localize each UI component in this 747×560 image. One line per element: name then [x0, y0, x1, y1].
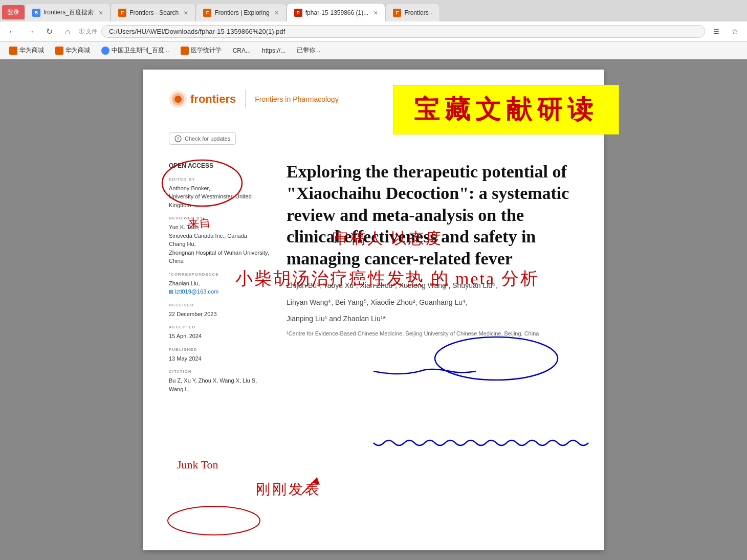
- svg-line-10: [302, 478, 317, 494]
- bookmark-icon-huawei2: [55, 47, 63, 55]
- correspondence-email[interactable]: ⊠ lztl019@163.com: [169, 287, 271, 296]
- citation-label: CITATION: [169, 369, 271, 375]
- bookmark-label-zhongguo: 中国卫生期刊_百度...: [112, 46, 169, 55]
- authors-line1: Zhijun Bu¹, Yaoyu Xu², Xian Zhou³, Xuefe…: [287, 280, 578, 291]
- citation-text: Bu Z, Xu Y, Zhou X, Wang X, Liu S, Wang …: [169, 376, 271, 393]
- main-content: Exploring the therapeutic potential of "…: [287, 161, 578, 338]
- bookmark-label-yixue: 医学统计学: [191, 46, 222, 55]
- tab-label-3: Frontiers | Exploring: [214, 9, 269, 16]
- accepted-value: 15 April 2024: [169, 332, 271, 341]
- bookmark-label-huawei2: 华为商城: [65, 46, 90, 55]
- browser-frame: 登录 B frontiers_百度搜索 × F Frontiers - Sear…: [0, 0, 747, 59]
- svg-text:Junk Ton: Junk Ton: [177, 458, 218, 471]
- tab-3[interactable]: F Frontiers | Exploring ×: [195, 3, 286, 21]
- frontiers-brand: frontiers: [190, 93, 236, 106]
- tab-icon-3: F: [203, 9, 211, 17]
- bookmarks-bar: 华为商城 华为商城 中国卫生期刊_百度... 医学统计学 CRA... http…: [0, 42, 747, 59]
- affiliation1: ¹Centre for Evidence-Based Chinese Medic…: [287, 329, 578, 338]
- tab-icon-4: P: [294, 9, 302, 17]
- bookmark-zhongguo[interactable]: 中国卫生期刊_百度...: [97, 45, 173, 56]
- reviewer2-name: Chang Hu,: [169, 240, 271, 249]
- pdf-content: 宝藏文献研读 frontiers Frontiers in Pharmacolo…: [0, 59, 747, 560]
- forward-button[interactable]: →: [24, 25, 38, 39]
- tab-bar: 登录 B frontiers_百度搜索 × F Frontiers - Sear…: [0, 0, 747, 21]
- article-title: Exploring the therapeutic potential of "…: [287, 161, 578, 270]
- tab-close-2[interactable]: ×: [184, 9, 188, 17]
- tab-4[interactable]: P fphar-15-1359866 (1)... ×: [287, 3, 386, 21]
- bookmark-huawei2[interactable]: 华为商城: [51, 45, 94, 56]
- open-access-label: OPEN ACCESS: [169, 161, 271, 170]
- svg-text:刚刚发表: 刚刚发表: [256, 481, 321, 497]
- published2-value: 13 May 2024: [169, 354, 271, 363]
- tab-icon-2: F: [118, 9, 126, 17]
- reviewer1-affil: Sinoveda Canada Inc., Canada: [169, 232, 271, 240]
- bookmark-button[interactable]: ☆: [728, 25, 742, 39]
- svg-point-2: [174, 96, 182, 103]
- home-button[interactable]: ⌂: [60, 25, 75, 39]
- correspondence-name: Zhaolan Liu,: [169, 279, 271, 288]
- bookmark-https[interactable]: https://...: [258, 46, 290, 55]
- frontiers-journal-name: Frontiers in Pharmacology: [255, 95, 338, 103]
- bookmark-label-cra: CRA...: [233, 47, 251, 54]
- bookmark-label-yidaini: 已带你...: [297, 46, 320, 55]
- pdf-page: 宝藏文献研读 frontiers Frontiers in Pharmacolo…: [143, 70, 604, 550]
- bookmark-icon-zhongguo: [101, 47, 109, 55]
- bookmark-huawei1[interactable]: 华为商城: [5, 45, 48, 56]
- authors-line2: Linyan Wang⁴, Bei Yang⁵, Xiaodie Zhou², …: [287, 297, 578, 308]
- extensions-button[interactable]: ☰: [709, 25, 723, 39]
- tab-close-1[interactable]: ×: [99, 9, 103, 17]
- reviewer1-name: Yun K. Tam,: [169, 223, 271, 232]
- yellow-banner: 宝藏文献研读: [393, 85, 619, 135]
- received-value: 22 December 2023: [169, 310, 271, 319]
- tab-label-4: fphar-15-1359866 (1)...: [305, 9, 368, 16]
- svg-point-12: [168, 506, 260, 535]
- tab-label-2: Frontiers - Search: [129, 9, 179, 16]
- reviewer2-affil: Zhongnan Hospital of Wuhan University, C…: [169, 249, 271, 265]
- yellow-banner-text: 宝藏文献研读: [414, 95, 598, 124]
- tab-label-5: Frontiers -: [404, 9, 432, 16]
- signin-button[interactable]: 登录: [2, 5, 25, 19]
- protocol-indicator: ① 文件: [79, 28, 97, 35]
- tab-5[interactable]: F Frontiers -: [385, 3, 440, 21]
- tab-1[interactable]: B frontiers_百度搜索 ×: [25, 3, 111, 21]
- frontiers-logo: frontiers: [169, 90, 236, 108]
- address-input[interactable]: [101, 25, 705, 38]
- bookmark-label-huawei1: 华为商城: [19, 46, 44, 55]
- tab-close-4[interactable]: ×: [374, 9, 378, 17]
- received-label: RECEIVED: [169, 302, 271, 308]
- tab-icon-1: B: [32, 9, 40, 17]
- bookmark-yidaini[interactable]: 已带你...: [293, 45, 324, 56]
- refresh-button[interactable]: ↻: [42, 25, 56, 39]
- tab-close-3[interactable]: ×: [275, 9, 279, 17]
- left-sidebar: OPEN ACCESS EDITED BY Anthony Booker, Un…: [169, 161, 271, 394]
- tab-2[interactable]: F Frontiers - Search ×: [111, 3, 195, 21]
- tab-icon-5: F: [393, 9, 401, 17]
- address-bar-row: ← → ↻ ⌂ ① 文件 ☰ ☆: [0, 21, 747, 42]
- bookmark-icon-yixue: [181, 47, 189, 55]
- frontiers-divider: [245, 90, 246, 108]
- accepted-label: ACCEPTED: [169, 324, 271, 330]
- authors-line3: Jianping Liu¹ and Zhaolan Liu¹*: [287, 313, 578, 324]
- editor-affil: University of Westminster, United Kingdo…: [169, 192, 271, 209]
- check-updates-button[interactable]: Check for updates: [169, 132, 236, 145]
- back-button[interactable]: ←: [5, 25, 19, 39]
- bookmark-yixue[interactable]: 医学统计学: [177, 45, 226, 56]
- check-updates-label: Check for updates: [185, 136, 230, 142]
- svg-marker-11: [312, 478, 320, 485]
- bookmark-icon-huawei1: [9, 47, 17, 55]
- bookmark-label-https: https://...: [262, 47, 285, 54]
- correspondence-label: *CORRESPONDENCE: [169, 272, 271, 278]
- bookmark-cra[interactable]: CRA...: [229, 46, 255, 55]
- published2-label: PUBLISHED: [169, 347, 271, 353]
- article-body: OPEN ACCESS EDITED BY Anthony Booker, Un…: [169, 161, 578, 394]
- reviewed-by-label: REVIEWED BY: [169, 215, 271, 221]
- edited-by-label: EDITED BY: [169, 176, 271, 183]
- frontiers-logo-area: frontiers Frontiers in Pharmacology: [169, 90, 339, 108]
- tab-label-1: frontiers_百度搜索: [43, 8, 94, 17]
- frontiers-logo-svg: [169, 90, 187, 108]
- check-updates-icon: [174, 135, 182, 142]
- editor-name: Anthony Booker,: [169, 184, 271, 193]
